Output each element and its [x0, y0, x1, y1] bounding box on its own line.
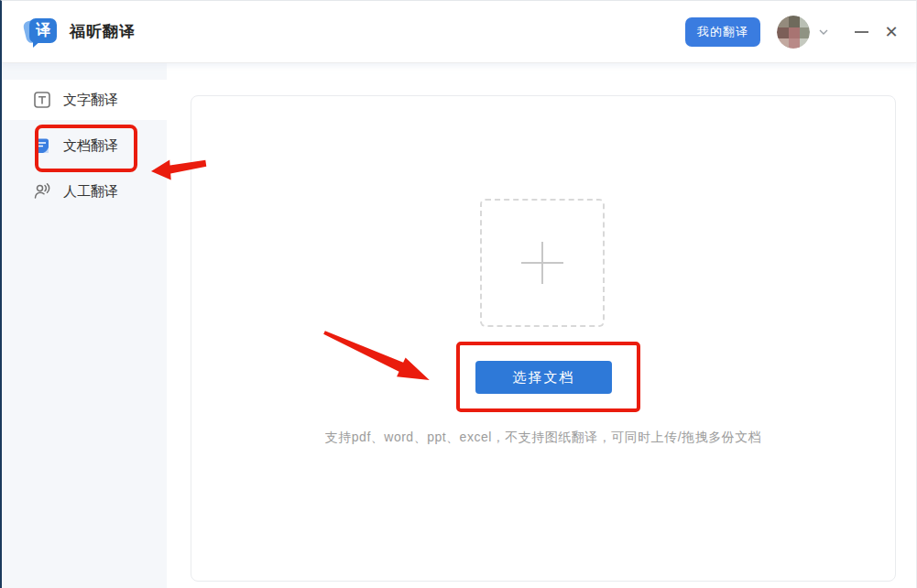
app-logo-icon: 译 — [24, 16, 60, 49]
upload-hint-text: 支持pdf、word、ppt、excel，不支持图纸翻译，可同时上传/拖拽多份文… — [191, 430, 895, 446]
plus-icon — [541, 242, 543, 284]
minimize-button[interactable] — [851, 22, 871, 42]
my-translations-button[interactable]: 我的翻译 — [685, 17, 760, 47]
app-window: 译 福昕翻译 我的翻译 — [0, 0, 917, 588]
sidebar-item-label: 文字翻译 — [63, 92, 118, 109]
sidebar-item-human-translation[interactable]: 人工翻译 — [2, 171, 167, 212]
account-menu-chevron[interactable] — [818, 28, 829, 36]
logo-bubble-glyph: 译 — [29, 18, 57, 43]
sidebar-item-label: 人工翻译 — [63, 183, 118, 201]
header-actions: 我的翻译 — [685, 16, 901, 49]
brand: 译 福昕翻译 — [24, 16, 136, 49]
app-body: 文字翻译 文档翻译 — [2, 63, 916, 588]
main-content: 选择文档 支持pdf、word、ppt、excel，不支持图纸翻译，可同时上传/… — [167, 63, 916, 588]
user-avatar[interactable] — [777, 16, 810, 49]
chevron-down-icon — [818, 28, 829, 36]
close-button[interactable]: ✕ — [881, 22, 901, 42]
logo-bubble-tail — [33, 40, 41, 48]
app-title: 福昕翻译 — [70, 21, 136, 42]
human-translation-icon — [33, 182, 51, 201]
close-icon: ✕ — [884, 24, 898, 40]
file-dropzone[interactable] — [480, 199, 605, 327]
text-translation-icon — [33, 91, 51, 109]
title-bar: 译 福昕翻译 我的翻译 — [2, 1, 916, 63]
sidebar-item-document-translation[interactable]: 文档翻译 — [2, 125, 167, 166]
avatar-mosaic — [777, 16, 810, 49]
upload-card: 选择文档 支持pdf、word、ppt、excel，不支持图纸翻译，可同时上传/… — [191, 95, 896, 582]
minimize-icon — [855, 31, 868, 33]
sidebar: 文字翻译 文档翻译 — [2, 63, 167, 588]
select-document-button[interactable]: 选择文档 — [475, 361, 612, 394]
sidebar-item-label: 文档翻译 — [63, 137, 118, 155]
sidebar-item-text-translation[interactable]: 文字翻译 — [2, 80, 167, 120]
document-translation-icon — [33, 136, 51, 155]
